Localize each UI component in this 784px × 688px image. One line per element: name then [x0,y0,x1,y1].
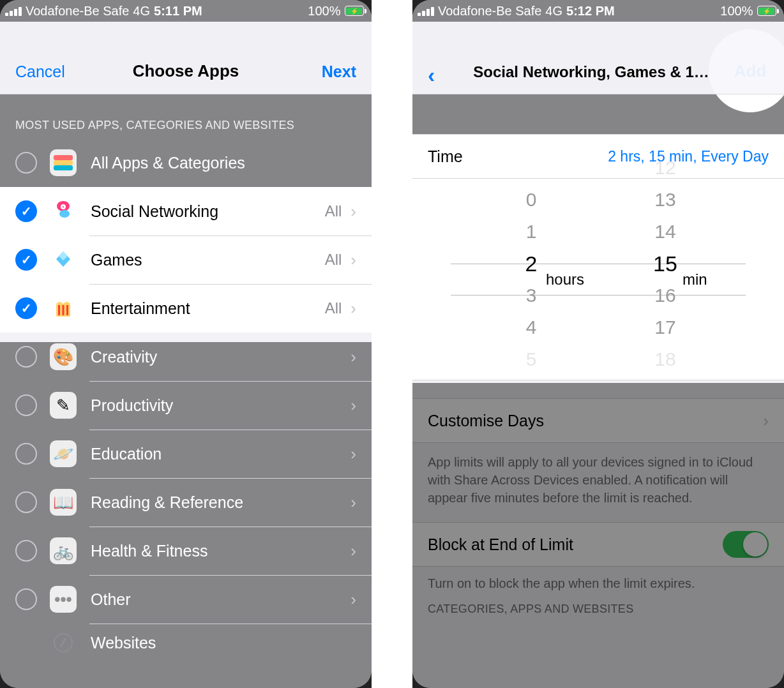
picker-option[interactable]: 13 [611,184,720,216]
svg-rect-4 [66,305,68,315]
row-label: All Apps & Categories [91,154,356,172]
picker-option[interactable]: 1 [477,216,585,248]
picker-option[interactable]: 18 [611,343,720,375]
radio-unchecked-icon[interactable] [15,491,37,513]
row-label: Education [91,445,351,463]
radio-checked-icon[interactable]: ✓ [15,200,37,222]
minutes-column[interactable]: 12 13 14 15 16 17 18 min [611,184,720,375]
clock-label: 5:11 PM [154,4,202,19]
row-label: Websites [91,634,356,652]
block-toggle[interactable] [723,531,769,558]
radio-unchecked-icon[interactable] [15,346,37,368]
chevron-right-icon: › [351,250,356,270]
battery-percent: 100% [720,4,753,19]
signal-bars-icon [418,6,434,16]
picker-option[interactable]: 4 [477,311,585,343]
row-creativity[interactable]: 🎨 Creativity › [0,333,372,381]
picker-option[interactable]: 12 [611,152,720,184]
row-label: Productivity [91,396,351,415]
battery-icon: ⚡ [345,6,367,16]
minutes-unit: min [682,271,707,288]
battery-percent: 100% [308,4,340,19]
next-button[interactable]: Next [322,63,356,81]
chevron-right-icon: › [763,411,769,431]
status-bar: Vodafone-Be Safe 4G 5:11 PM 100% ⚡ [0,0,372,22]
svg-rect-3 [63,305,64,315]
block-hint: Turn on to block the app when the limit … [412,567,784,597]
nav-bar: ‹ Social Networking, Games & 1… [412,22,784,94]
block-label: Block at End of Limit [428,535,573,554]
chevron-right-icon: › [351,590,356,609]
section-header-most-used: MOST USED APPS, CATEGORIES AND WEBSITES [0,94,372,138]
picker-option[interactable]: 0 [477,184,585,216]
back-button[interactable]: ‹ [428,68,435,81]
all-apps-icon [50,149,77,176]
radio-unchecked-icon[interactable] [15,394,37,416]
chevron-right-icon: › [351,444,356,464]
row-value: All [325,299,342,317]
education-icon: 🪐 [50,440,77,467]
radio-checked-icon[interactable]: ✓ [15,249,37,271]
games-icon [50,246,77,273]
categories-header: CATEGORIES, APPS AND WEBSITES [412,597,784,622]
picker-option[interactable]: 17 [611,311,720,343]
row-label: Reading & Reference [91,493,351,512]
websites-icon [50,629,77,656]
row-label: Other [91,590,351,609]
row-label: Games [91,251,325,269]
row-other[interactable]: ••• Other › [0,575,372,624]
picker-option[interactable]: 14 [611,216,720,248]
status-bar: Vodafone-Be Safe 4G 5:12 PM 100% ⚡ [412,0,784,22]
chevron-right-icon: › [351,493,356,512]
row-label: Social Networking [91,202,325,221]
row-label: Creativity [91,348,351,366]
hours-column[interactable]: 0 1 2 3 4 5 hours [477,184,585,375]
time-picker[interactable]: 0 1 2 3 4 5 hours 12 13 14 15 16 17 18 m… [412,179,784,380]
carrier-label: Vodafone-Be Safe [26,4,129,19]
customise-days-row[interactable]: Customise Days › [412,398,784,443]
row-games[interactable]: ✓ Games All › [0,236,372,284]
carrier-label: Vodafone-Be Safe [438,4,541,19]
row-websites[interactable]: Websites [0,624,372,662]
info-text: App limits will apply to all your device… [412,443,784,522]
nav-bar: Cancel Choose Apps Next [0,22,372,94]
row-reading[interactable]: 📖 Reading & Reference › [0,478,372,527]
row-education[interactable]: 🪐 Education › [0,430,372,478]
battery-icon: ⚡ [757,6,780,16]
svg-rect-2 [58,305,60,315]
block-at-end-row[interactable]: Block at End of Limit [412,522,784,567]
network-label: 4G [545,4,562,19]
chevron-right-icon: › [351,396,356,415]
radio-checked-icon[interactable]: ✓ [15,297,37,319]
network-label: 4G [133,4,150,19]
social-networking-icon [50,198,77,225]
nav-title: Social Networking, Games & 1… [441,63,760,81]
time-row[interactable]: Time 2 hrs, 15 min, Every Day [412,134,784,179]
entertainment-icon [50,295,77,322]
customise-days-label: Customise Days [428,412,544,430]
row-entertainment[interactable]: ✓ Entertainment All › [0,284,372,333]
row-productivity[interactable]: ✎ Productivity › [0,381,372,430]
row-value: All [325,251,342,269]
row-label: Entertainment [91,299,325,318]
row-label: Health & Fitness [91,542,351,560]
picker-option[interactable]: 5 [477,343,585,375]
chevron-right-icon: › [351,299,356,318]
row-value: All [325,202,342,220]
time-label: Time [428,147,463,166]
screen-time-limit: Add Vodafone-Be Safe 4G 5:12 PM 100% ⚡ ‹… [412,0,784,688]
chevron-right-icon: › [351,541,356,561]
radio-unchecked-icon[interactable] [15,443,37,465]
signal-bars-icon [5,6,22,16]
health-icon: 🚲 [50,537,77,564]
clock-label: 5:12 PM [566,4,615,19]
productivity-icon: ✎ [50,392,77,419]
row-all-apps[interactable]: All Apps & Categories [0,138,372,187]
cancel-button[interactable]: Cancel [15,63,65,81]
row-social-networking[interactable]: ✓ Social Networking All › [0,187,372,236]
radio-unchecked-icon[interactable] [15,152,37,174]
radio-unchecked-icon[interactable] [15,588,37,610]
hours-unit: hours [546,271,584,288]
radio-unchecked-icon[interactable] [15,540,37,562]
row-health[interactable]: 🚲 Health & Fitness › [0,527,372,575]
